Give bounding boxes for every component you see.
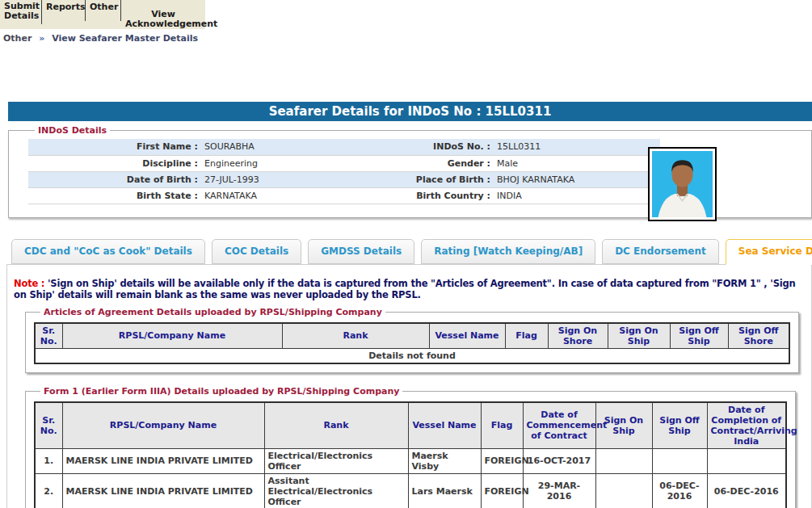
date-of-birth-value: 27-JUL-1993 [198, 171, 402, 187]
cell-company: MAERSK LINE INDIA PRIVATE LIMITED [62, 473, 264, 508]
articles-of-agreement-table: Sr. No. RPSL/Company Name Rank Vessel Na… [34, 322, 790, 364]
col-sign-off-ship: Sign Off Ship [670, 323, 728, 349]
top-menu: Submit Details Reports Other View Acknow… [0, 0, 205, 29]
details-row-2: Discipline : Engineering Gender : Male [28, 155, 660, 171]
menu-item-other[interactable]: Other [86, 0, 121, 21]
indos-details-legend: INDoS Details [35, 125, 110, 136]
indos-no-label: INDoS No. : [402, 139, 490, 155]
col-date-of-completion: Date of Completion of Contract/Arriving … [707, 402, 786, 449]
cell-commencement-date: 29-MAR-2016 [523, 473, 595, 508]
note-text: 'Sign on Ship' details will be available… [14, 278, 796, 300]
col-vessel-name: Vessel Name [429, 323, 505, 349]
cell-sign-on-ship [595, 473, 652, 508]
table-header-row: Sr. No. RPSL/Company Name Rank Vessel Na… [35, 323, 789, 349]
col-sign-on-ship: Sign On Ship [595, 402, 652, 449]
cell-commencement-date: 16-OCT-2017 [523, 448, 595, 473]
first-name-value: SOURABHA [198, 139, 402, 155]
col-sr-no: Sr. No. [35, 402, 62, 449]
sea-service-tab-panel: Note : 'Sign on Ship' details will be av… [6, 264, 812, 508]
note-prefix: Note : [14, 278, 44, 289]
tab-gmdss-details[interactable]: GMDSS Details [308, 239, 414, 264]
date-of-birth-label: Date of Birth : [28, 171, 198, 187]
cell-sign-off-ship: 06-DEC-2016 [652, 473, 707, 508]
col-flag: Flag [505, 323, 548, 349]
col-sr-no: Sr. No. [35, 323, 62, 349]
gender-value: Male [490, 155, 660, 171]
cell-vessel: Maersk Visby [408, 448, 481, 473]
col-rank: Rank [282, 323, 429, 349]
form1-legend: Form 1 (Earlier Form IIIA) Details uploa… [40, 386, 402, 397]
seafarer-photo [648, 147, 717, 221]
cell-flag: FOREIGN [481, 473, 523, 508]
form1-fieldset: Form 1 (Earlier Form IIIA) Details uploa… [25, 386, 796, 508]
col-rpsl-company-name: RPSL/Company Name [62, 323, 282, 349]
cell-sr-no: 1. [35, 448, 62, 473]
tab-dc-endorsement[interactable]: DC Endorsement [602, 239, 719, 264]
breadcrumb-current: View Seafarer Master Details [52, 33, 198, 44]
place-of-birth-value: BHOJ KARNATAKA [490, 171, 660, 187]
breadcrumb-root[interactable]: Other [3, 33, 32, 44]
cell-completion-date: 06-DEC-2016 [707, 473, 786, 508]
cell-flag: FOREIGN [481, 448, 523, 473]
cell-vessel: Lars Maersk [408, 473, 481, 508]
tab-sea-service-details[interactable]: Sea Service Details [726, 239, 812, 265]
details-row-3: Date of Birth : 27-JUL-1993 Place of Bir… [28, 171, 660, 187]
indos-details-fieldset: INDoS Details First Name : SOURABHA INDo… [8, 125, 812, 218]
first-name-label: First Name : [28, 139, 198, 155]
sign-on-ship-note: Note : 'Sign on Ship' details will be av… [14, 278, 803, 300]
tab-cdc-coc-as-cook-details[interactable]: CDC and "CoC as Cook" Details [11, 239, 205, 264]
cell-company: MAERSK LINE INDIA PRIVATE LIMITED [62, 448, 264, 473]
table-header-row: Sr. No. RPSL/Company Name Rank Vessel Na… [35, 402, 786, 449]
cell-completion-date [707, 448, 786, 473]
details-row-4: Birth State : KARNATAKA Birth Country : … [28, 187, 660, 204]
cell-rank: Electrical/Electronics Officer [264, 448, 408, 473]
articles-of-agreement-fieldset: Articles of Agreement Details uploaded b… [25, 307, 799, 373]
tab-coc-details[interactable]: COC Details [212, 239, 301, 264]
details-not-found-row: Details not found [35, 348, 789, 363]
menu-item-view-acknowledgement[interactable]: View Acknowledgement [121, 0, 205, 29]
cell-rank: Assitant Electrical/Electronics Officer [264, 473, 408, 508]
articles-of-agreement-legend: Articles of Agreement Details uploaded b… [40, 307, 385, 317]
col-flag: Flag [481, 402, 523, 449]
breadcrumb-separator-icon: » [39, 33, 44, 44]
menu-item-reports[interactable]: Reports [42, 0, 86, 21]
birth-state-label: Birth State : [28, 187, 198, 204]
col-rank: Rank [264, 402, 408, 449]
indos-no-value: 15LL0311 [490, 139, 660, 155]
cell-sign-off-ship [652, 448, 707, 473]
col-rpsl-company-name: RPSL/Company Name [62, 402, 264, 449]
col-sign-off-ship: Sign Off Ship [652, 402, 707, 449]
birth-country-value: INDIA [490, 187, 660, 204]
cell-sign-on-ship [595, 448, 652, 473]
form1-table: Sr. No. RPSL/Company Name Rank Vessel Na… [34, 401, 787, 508]
col-vessel-name: Vessel Name [408, 402, 481, 449]
col-date-of-commencement: Date of Commencement of Contract [523, 402, 595, 449]
menu-item-submit-details[interactable]: Submit Details [0, 0, 42, 24]
seafarer-photo-image [652, 151, 713, 217]
page-title: Seafarer Details for INDoS No : 15LL0311 [8, 102, 812, 121]
tab-rating-watch-keeping-ab[interactable]: Rating [Watch Keeping/AB] [421, 239, 595, 264]
cell-sr-no: 2. [35, 473, 62, 508]
details-not-found-text: Details not found [35, 348, 789, 363]
col-sign-off-shore: Sign Off Shore [728, 323, 789, 349]
details-row-1: First Name : SOURABHA INDoS No. : 15LL03… [28, 139, 660, 155]
breadcrumb: Other » View Seafarer Master Details [3, 33, 812, 45]
col-sign-on-shore: Sign On Shore [548, 323, 608, 349]
discipline-value: Engineering [198, 155, 402, 171]
discipline-label: Discipline : [28, 155, 198, 171]
birth-country-label: Birth Country : [402, 187, 490, 204]
birth-state-value: KARNATAKA [198, 187, 402, 204]
indos-details-table: First Name : SOURABHA INDoS No. : 15LL03… [28, 139, 660, 204]
table-row: 2. MAERSK LINE INDIA PRIVATE LIMITED Ass… [35, 473, 786, 508]
col-sign-on-ship: Sign On Ship [608, 323, 670, 349]
table-row: 1. MAERSK LINE INDIA PRIVATE LIMITED Ele… [35, 448, 786, 473]
tab-strip: CDC and "CoC as Cook" Details COC Detail… [11, 239, 812, 264]
gender-label: Gender : [402, 155, 490, 171]
place-of-birth-label: Place of Birth : [402, 171, 490, 187]
